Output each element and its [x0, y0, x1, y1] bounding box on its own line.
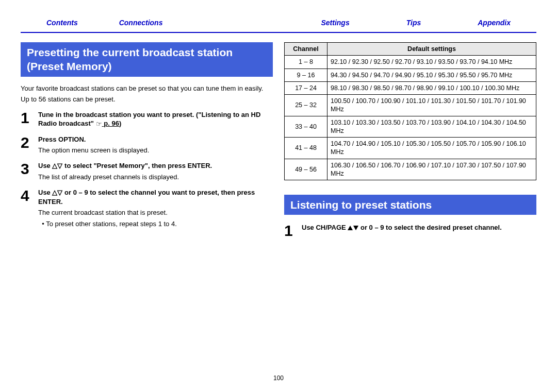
step1-text-a: Tune in the broadcast station you want t…	[38, 111, 260, 128]
cell-channel: 9 – 16	[285, 69, 327, 81]
nav-contents[interactable]: Contents	[46, 19, 78, 27]
step2-text-a: Press OPTION.	[38, 135, 273, 144]
nav-settings[interactable]: Settings	[321, 19, 349, 27]
step4-bullet: • To preset other stations, repeat steps…	[38, 219, 273, 229]
section2-step-1: 1 Use CH/PAGE or 0 – 9 to select the des…	[284, 223, 536, 238]
step3-post: to select "Preset Memory", then press EN…	[62, 162, 212, 169]
up-triangle-icon	[348, 226, 353, 230]
cell-channel: 33 – 40	[285, 116, 327, 138]
table-row: 25 – 32100.50 / 100.70 / 100.90 / 101.10…	[285, 95, 536, 116]
nav-connections[interactable]: Connections	[119, 19, 163, 27]
step-1: 1 Tune in the broadcast station you want…	[21, 110, 273, 129]
step-number: 2	[21, 135, 31, 150]
step2-text-b: The option menu screen is displayed.	[38, 146, 273, 155]
table-row: 1 – 892.10 / 92.30 / 92.50 / 92.70 / 93.…	[285, 56, 536, 69]
cell-channel: 17 – 24	[285, 81, 327, 94]
table-header-channel: Channel	[285, 43, 327, 56]
up-down-icon: △▽	[52, 188, 62, 197]
step1-page[interactable]: p. 96	[104, 120, 119, 127]
step4-post: or 0 – 9 to select the channel you want …	[38, 189, 255, 206]
step3-pre: Use	[38, 162, 52, 169]
step-number: 1	[284, 223, 294, 238]
preset-table: Channel Default settings 1 – 892.10 / 92…	[284, 42, 536, 180]
step-3: 3 Use △▽ to select "Preset Memory", then…	[21, 161, 273, 182]
step-number: 1	[21, 110, 31, 126]
cell-default: 98.10 / 98.30 / 98.50 / 98.70 / 98.90 / …	[327, 81, 536, 94]
cell-default: 103.10 / 103.30 / 103.50 / 103.70 / 103.…	[327, 116, 536, 138]
step-2: 2 Press OPTION. The option menu screen i…	[21, 135, 273, 155]
step4-text-b: The current broadcast station that is pr…	[38, 208, 273, 217]
cell-default: 100.50 / 100.70 / 100.90 / 101.10 / 101.…	[327, 95, 536, 116]
cell-default: 92.10 / 92.30 / 92.50 / 92.70 / 93.10 / …	[327, 56, 536, 69]
intro-text-2: Up to 56 stations can be preset.	[21, 95, 273, 104]
cell-channel: 41 – 48	[285, 138, 327, 159]
table-row: 9 – 1694.30 / 94.50 / 94.70 / 94.90 / 95…	[285, 69, 536, 81]
nav-left: Contents Connections	[46, 19, 162, 27]
hand-pointer-icon: ☞	[96, 120, 102, 129]
cell-channel: 1 – 8	[285, 56, 327, 69]
intro-text-1: Your favorite broadcast stations can be …	[21, 84, 273, 93]
cell-default: 106.30 / 106.50 / 106.70 / 106.90 / 107.…	[327, 159, 536, 180]
section2-title: Listening to preset stations	[284, 195, 536, 215]
cell-channel: 49 – 56	[285, 159, 327, 180]
left-column: Presetting the current broadcast station…	[21, 42, 273, 245]
cell-channel: 25 – 32	[285, 95, 327, 116]
nav-appendix[interactable]: Appendix	[478, 19, 511, 27]
step-number: 4	[21, 188, 31, 203]
table-row: 17 – 2498.10 / 98.30 / 98.50 / 98.70 / 9…	[285, 81, 536, 94]
table-row: 33 – 40103.10 / 103.30 / 103.50 / 103.70…	[285, 116, 536, 138]
page-number: 100	[0, 374, 557, 382]
cell-default: 94.30 / 94.50 / 94.70 / 94.90 / 95.10 / …	[327, 69, 536, 81]
step-4: 4 Use △▽ or 0 – 9 to select the channel …	[21, 188, 273, 229]
nav-tips[interactable]: Tips	[406, 19, 421, 27]
step3-text-b: The list of already preset channels is d…	[38, 173, 273, 182]
right-column: Channel Default settings 1 – 892.10 / 92…	[284, 42, 536, 245]
table-row: 49 – 56106.30 / 106.50 / 106.70 / 106.90…	[285, 159, 536, 180]
down-triangle-icon	[353, 226, 358, 230]
step4-pre: Use	[38, 189, 52, 196]
up-down-icon: △▽	[52, 161, 62, 171]
s2-step1-a: Use CH/PAGE	[302, 224, 348, 231]
s2-step1-b: or 0 – 9 to select the desired preset ch…	[358, 224, 501, 231]
cell-default: 104.70 / 104.90 / 105.10 / 105.30 / 105.…	[327, 138, 536, 159]
top-nav: Contents Connections Settings Tips Appen…	[0, 0, 557, 31]
table-row: 41 – 48104.70 / 104.90 / 105.10 / 105.30…	[285, 138, 536, 159]
nav-right: Settings Tips Appendix	[321, 19, 511, 27]
step-number: 3	[21, 161, 31, 177]
table-header-default: Default settings	[327, 43, 536, 56]
section1-title: Presetting the current broadcast station…	[21, 42, 273, 77]
step1-text-b: )	[119, 120, 121, 127]
